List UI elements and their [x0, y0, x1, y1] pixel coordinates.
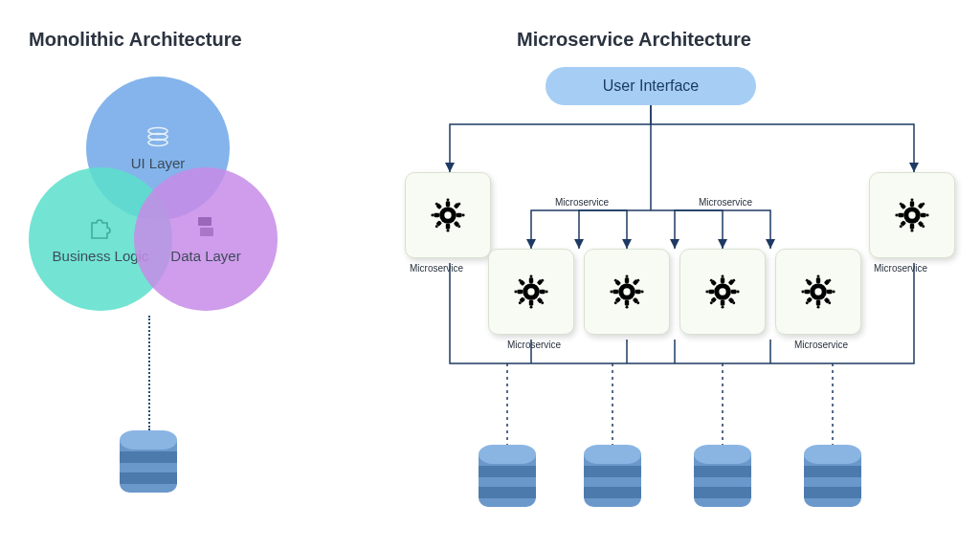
gear-icon [427, 194, 469, 236]
data-layer-circle: Data Layer [134, 167, 278, 311]
svg-marker-5 [445, 163, 455, 172]
microservice-box-1 [405, 172, 491, 258]
layers-icon [145, 126, 170, 153]
microservice-title: Microservice Architecture [517, 29, 751, 51]
server-icon [195, 215, 216, 246]
microservice-label: Microservice [555, 197, 609, 208]
microservice-box-6 [775, 249, 861, 335]
microservice-box-2 [869, 172, 955, 258]
monolithic-title: Monolithic Architecture [29, 29, 242, 51]
svg-marker-11 [670, 239, 679, 249]
microservice-database-icon [479, 445, 536, 512]
microservice-database-icon [694, 445, 751, 512]
monolithic-venn: UI Layer Business Logic Data Layer [29, 77, 278, 325]
svg-marker-12 [766, 239, 775, 249]
microservice-database-icon [804, 445, 861, 512]
gear-icon [891, 194, 933, 236]
microservice-label: Microservice [874, 263, 927, 274]
ui-layer-label: UI Layer [131, 155, 186, 171]
svg-marker-8 [718, 239, 727, 249]
microservice-label: Microservice [507, 340, 561, 350]
microservice-label: Microservice [794, 340, 848, 350]
svg-marker-9 [526, 239, 536, 249]
microservice-box-4 [584, 249, 670, 335]
gear-icon [702, 271, 744, 313]
svg-marker-6 [909, 163, 919, 172]
user-interface-label: User Interface [603, 77, 699, 95]
microservice-label: Microservice [410, 263, 463, 274]
gear-icon [606, 271, 648, 313]
data-layer-label: Data Layer [170, 248, 240, 264]
svg-rect-4 [200, 228, 213, 236]
puzzle-icon [88, 215, 113, 246]
svg-marker-7 [574, 239, 584, 249]
mono-db-connector [148, 316, 150, 430]
mono-database-icon [120, 430, 177, 497]
gear-icon [797, 271, 839, 313]
gear-icon [510, 271, 552, 313]
svg-marker-10 [622, 239, 632, 249]
microservice-database-icon [584, 445, 641, 512]
user-interface-box: User Interface [546, 67, 756, 105]
microservice-label: Microservice [699, 197, 752, 208]
microservice-box-3 [488, 249, 574, 335]
microservice-box-5 [679, 249, 766, 335]
svg-rect-3 [198, 217, 212, 226]
